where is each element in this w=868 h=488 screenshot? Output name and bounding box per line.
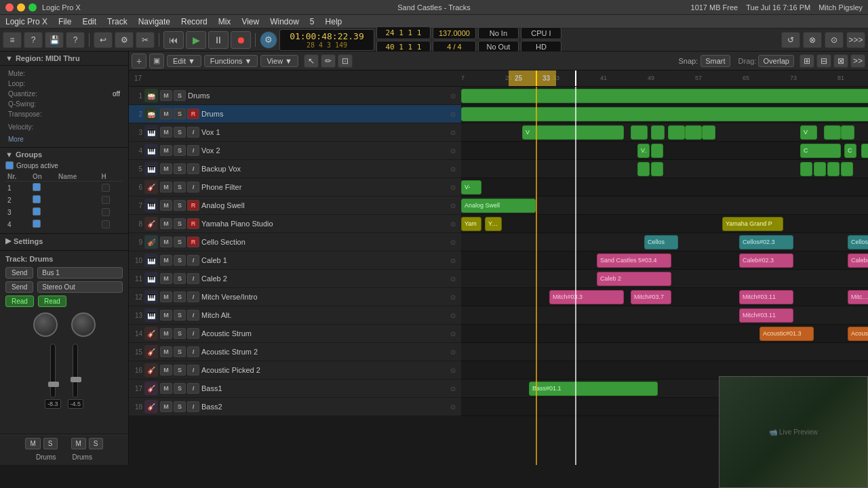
view-menu-btn[interactable]: View ▼ — [260, 55, 298, 67]
region-lane4-3[interactable]: C — [844, 144, 856, 158]
region-lane5-4[interactable] — [827, 162, 840, 176]
read-button-1[interactable]: Read — [5, 296, 34, 307]
region-lane5-1[interactable] — [651, 162, 663, 176]
groups-active-checkbox[interactable] — [5, 161, 14, 169]
region-lane13-0[interactable]: Mitch#03.11 — [739, 308, 793, 323]
menu-navigate[interactable]: Navigate — [138, 17, 170, 26]
fader-thumb-2[interactable] — [71, 377, 81, 382]
track-5-s-btn[interactable]: S — [174, 163, 186, 174]
rewind-button[interactable]: ⏮ — [163, 31, 184, 49]
region-lane12-0[interactable]: Mitch#03.3 — [549, 290, 624, 304]
track-8-r-btn[interactable]: R — [187, 218, 199, 229]
track-header-11[interactable]: 11 🎹 M S I Caleb 2 ⊙ — [129, 270, 461, 288]
region-lane9-1[interactable]: Cellos#02.3 — [739, 235, 793, 249]
track-header-12[interactable]: 12 🎹 M S I Mitch Verse/Intro ⊙ — [129, 288, 461, 306]
track-header-9[interactable]: 9 🎻 M S R Cello Section ⊙ — [129, 233, 461, 251]
region-lane7-0[interactable]: Analog Swell — [461, 199, 536, 213]
track-2-m-btn[interactable]: M — [160, 108, 172, 119]
cycle-btn[interactable]: ↺ — [781, 32, 800, 48]
toolbar-btn-save[interactable]: 💾 — [45, 32, 64, 48]
settings-icon[interactable]: ⚙ — [260, 31, 277, 49]
track-1-m-btn[interactable]: M — [160, 90, 172, 101]
track-17-s-btn[interactable]: S — [174, 383, 186, 394]
region-lane10-0[interactable]: Sand Castles 5#03.4 — [597, 253, 671, 268]
group-3-h[interactable] — [102, 208, 110, 216]
functions-menu-btn[interactable]: Functions ▼ — [204, 55, 258, 67]
track-7-m-btn[interactable]: M — [160, 200, 172, 211]
track-18-i-btn[interactable]: I — [187, 401, 199, 412]
track-14-s-btn[interactable]: S — [174, 328, 186, 339]
track-header-5[interactable]: 5 🎹 M S I Backup Vox ⊙ — [129, 160, 461, 178]
track-3-m-btn[interactable]: M — [160, 127, 172, 138]
velocity-row[interactable]: Velocity: — [5, 122, 123, 132]
region-lane4-0[interactable]: Vox — [637, 144, 650, 158]
region-header[interactable]: ▼ Region: MIDI Thru — [5, 54, 123, 62]
region-lane5-5[interactable] — [841, 162, 853, 176]
drums-s-btn[interactable]: S — [43, 438, 58, 449]
menu-edit[interactable]: Edit — [82, 17, 96, 26]
minimize-button[interactable] — [17, 3, 25, 12]
track-5-m-btn[interactable]: M — [160, 163, 172, 174]
track-9-m-btn[interactable]: M — [160, 237, 172, 247]
track-4-s-btn[interactable]: S — [174, 145, 186, 156]
group-2-h[interactable] — [102, 196, 110, 204]
track-2-s-btn[interactable]: S — [174, 108, 186, 119]
region-lane3-3[interactable] — [668, 125, 685, 140]
region-lane14-0[interactable]: Acoustic#01.3 — [760, 327, 814, 341]
track-2-r-btn[interactable]: R — [187, 108, 199, 119]
track-header-1[interactable]: 1 🥁 M S Drums ⊙ — [129, 87, 461, 105]
track-13-s-btn[interactable]: S — [174, 310, 186, 321]
menu-logic[interactable]: Logic Pro X — [5, 17, 47, 26]
track-18-m-btn[interactable]: M — [160, 401, 172, 412]
menu-file[interactable]: File — [58, 17, 71, 26]
region-lane3-0[interactable]: V — [522, 125, 624, 140]
fullscreen-button[interactable] — [28, 3, 37, 12]
region-lane4-1[interactable] — [651, 144, 663, 158]
toolbar-btn-undo[interactable]: ↩ — [94, 32, 113, 48]
zoom-in-btn[interactable]: ⊞ — [800, 54, 814, 68]
track-16-i-btn[interactable]: I — [187, 365, 199, 375]
region-lane10-2[interactable]: Caleb#02.9 — [848, 253, 868, 268]
region-lane9-2[interactable]: Cellos#02.9 — [848, 235, 868, 249]
drums-m-btn[interactable]: M — [25, 438, 40, 449]
group-row-1[interactable]: 1 — [5, 182, 123, 195]
region-lane10-1[interactable]: Caleb#02.3 — [739, 253, 793, 268]
fader-thumb-1[interactable] — [48, 382, 59, 387]
skip-btn[interactable]: ⊗ — [803, 32, 822, 48]
region-lane4-2[interactable]: C — [800, 144, 841, 158]
region-lane3-2[interactable] — [651, 125, 665, 140]
region-lane3-1[interactable] — [631, 125, 648, 140]
track-3-s-btn[interactable]: S — [174, 127, 186, 138]
group-4-h[interactable] — [102, 220, 110, 228]
track-15-s-btn[interactable]: S — [174, 346, 186, 357]
track-18-s-btn[interactable]: S — [174, 401, 186, 412]
track-6-m-btn[interactable]: M — [160, 182, 172, 192]
track-16-s-btn[interactable]: S — [174, 365, 186, 375]
region-lane12-1[interactable]: Mitch#03.7 — [631, 290, 671, 304]
region-lane5-3[interactable] — [814, 162, 826, 176]
more-btn[interactable]: >> — [850, 54, 865, 68]
region-lane5-0[interactable] — [637, 162, 650, 176]
zoom-out-btn[interactable]: ⊟ — [816, 54, 831, 68]
region-lane3-8[interactable] — [841, 125, 854, 140]
close-button[interactable] — [5, 3, 14, 12]
menu-help[interactable]: Help — [326, 17, 342, 26]
track-1-s-btn[interactable]: S — [174, 90, 186, 101]
track-4-m-btn[interactable]: M — [160, 145, 172, 156]
track-15-m-btn[interactable]: M — [160, 346, 172, 357]
track-9-s-btn[interactable]: S — [174, 237, 186, 247]
zoom-fit-btn[interactable]: ⊠ — [833, 54, 848, 68]
track-5-i-btn[interactable]: I — [187, 163, 199, 174]
track-10-i-btn[interactable]: I — [187, 255, 199, 266]
region-lane8-2[interactable]: Yamaha Grand P — [722, 217, 783, 231]
add-track-btn[interactable]: + — [132, 54, 146, 68]
track-6-i-btn[interactable]: I — [187, 182, 199, 192]
edit-menu-btn[interactable]: Edit ▼ — [167, 55, 201, 67]
track-8-m-btn[interactable]: M — [160, 218, 172, 229]
menu-mix[interactable]: Mix — [218, 17, 231, 26]
track-10-m-btn[interactable]: M — [160, 255, 172, 266]
drums2-s-btn[interactable]: S — [89, 438, 103, 449]
region-lane6-0[interactable]: V- — [461, 180, 481, 195]
menu-view[interactable]: View — [241, 17, 259, 26]
region-lane3-7[interactable] — [824, 125, 841, 140]
